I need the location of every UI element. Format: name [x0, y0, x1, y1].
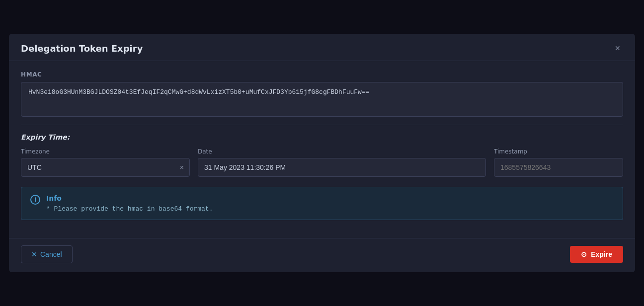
- timezone-input-wrapper: ×: [21, 158, 190, 177]
- expire-label: Expire: [591, 250, 612, 258]
- date-label: Date: [198, 148, 486, 155]
- timestamp-label: Timestamp: [494, 148, 623, 155]
- date-input[interactable]: [198, 158, 486, 177]
- expire-icon: ⊙: [581, 250, 587, 258]
- modal-footer: ✕ Cancel ⊙ Expire: [9, 238, 635, 272]
- expiry-label: Expiry Time:: [21, 133, 623, 141]
- section-divider: [21, 125, 623, 125]
- expiry-row: Timezone × Date Timestamp: [21, 148, 623, 177]
- modal-title: Delegation Token Expiry: [21, 43, 143, 54]
- info-content: Info * Please provide the hmac in base64…: [46, 194, 614, 213]
- timestamp-input[interactable]: [494, 158, 623, 177]
- timezone-field-group: Timezone ×: [21, 148, 190, 177]
- expire-button[interactable]: ⊙ Expire: [570, 246, 623, 263]
- cancel-button[interactable]: ✕ Cancel: [21, 245, 73, 263]
- modal-header: Delegation Token Expiry ×: [9, 34, 635, 61]
- close-button[interactable]: ×: [612, 43, 623, 54]
- hmac-label: HMAC: [21, 71, 623, 78]
- info-icon-wrapper: i: [30, 194, 40, 205]
- modal-dialog: Delegation Token Expiry × HMAC Expiry Ti…: [9, 34, 635, 272]
- modal-body: HMAC Expiry Time: Timezone × Date: [9, 61, 635, 230]
- cancel-icon: ✕: [31, 250, 37, 258]
- info-box: i Info * Please provide the hmac in base…: [21, 187, 623, 220]
- modal-overlay: Delegation Token Expiry × HMAC Expiry Ti…: [0, 0, 644, 306]
- cancel-label: Cancel: [40, 250, 62, 258]
- timestamp-field-group: Timestamp: [494, 148, 623, 177]
- info-message: * Please provide the hmac in base64 form…: [46, 205, 614, 213]
- timezone-input[interactable]: [21, 158, 190, 177]
- hmac-field-group: HMAC: [21, 71, 623, 117]
- date-input-wrapper: [198, 158, 486, 177]
- timezone-label: Timezone: [21, 148, 190, 155]
- info-title: Info: [46, 194, 614, 202]
- timestamp-input-wrapper: [494, 158, 623, 177]
- date-field-group: Date: [198, 148, 486, 177]
- hmac-input[interactable]: [21, 82, 623, 117]
- timezone-clear-button[interactable]: ×: [179, 163, 185, 172]
- info-icon: i: [30, 195, 40, 205]
